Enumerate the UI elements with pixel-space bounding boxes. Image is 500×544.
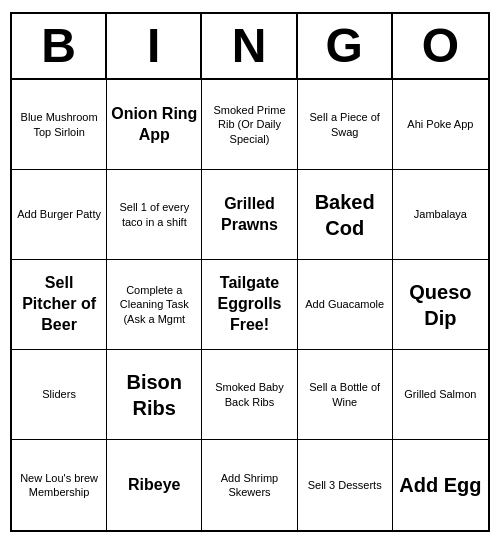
- bingo-letter-n: N: [202, 14, 297, 78]
- bingo-cell-9[interactable]: Jambalaya: [393, 170, 488, 260]
- bingo-letter-g: G: [298, 14, 393, 78]
- bingo-cell-21[interactable]: Ribeye: [107, 440, 202, 530]
- bingo-cell-4[interactable]: Ahi Poke App: [393, 80, 488, 170]
- bingo-cell-13[interactable]: Add Guacamole: [298, 260, 393, 350]
- bingo-cell-1[interactable]: Onion Ring App: [107, 80, 202, 170]
- cell-text-9: Jambalaya: [414, 207, 467, 221]
- cell-text-22: Add Shrimp Skewers: [206, 471, 292, 500]
- cell-text-8: Baked Cod: [302, 189, 388, 241]
- bingo-cell-16[interactable]: Bison Ribs: [107, 350, 202, 440]
- cell-text-19: Grilled Salmon: [404, 387, 476, 401]
- cell-text-21: Ribeye: [128, 475, 180, 496]
- bingo-cell-2[interactable]: Smoked Prime Rib (Or Daily Special): [202, 80, 297, 170]
- cell-text-1: Onion Ring App: [111, 104, 197, 146]
- bingo-cell-23[interactable]: Sell 3 Desserts: [298, 440, 393, 530]
- bingo-cell-24[interactable]: Add Egg: [393, 440, 488, 530]
- cell-text-5: Add Burger Patty: [17, 207, 101, 221]
- cell-text-11: Complete a Cleaning Task (Ask a Mgmt: [111, 283, 197, 326]
- bingo-cell-15[interactable]: Sliders: [12, 350, 107, 440]
- bingo-cell-0[interactable]: Blue Mushroom Top Sirloin: [12, 80, 107, 170]
- bingo-letter-b: B: [12, 14, 107, 78]
- bingo-cell-8[interactable]: Baked Cod: [298, 170, 393, 260]
- cell-text-14: Queso Dip: [397, 279, 484, 331]
- bingo-cell-22[interactable]: Add Shrimp Skewers: [202, 440, 297, 530]
- bingo-cell-10[interactable]: Sell Pitcher of Beer: [12, 260, 107, 350]
- cell-text-4: Ahi Poke App: [407, 117, 473, 131]
- cell-text-2: Smoked Prime Rib (Or Daily Special): [206, 103, 292, 146]
- bingo-cell-17[interactable]: Smoked Baby Back Ribs: [202, 350, 297, 440]
- bingo-card: BINGO Blue Mushroom Top SirloinOnion Rin…: [10, 12, 490, 532]
- cell-text-0: Blue Mushroom Top Sirloin: [16, 110, 102, 139]
- cell-text-3: Sell a Piece of Swag: [302, 110, 388, 139]
- bingo-cell-7[interactable]: Grilled Prawns: [202, 170, 297, 260]
- bingo-cell-3[interactable]: Sell a Piece of Swag: [298, 80, 393, 170]
- cell-text-12: Tailgate Eggrolls Free!: [206, 273, 292, 335]
- bingo-letter-o: O: [393, 14, 488, 78]
- cell-text-24: Add Egg: [399, 472, 481, 498]
- bingo-cell-11[interactable]: Complete a Cleaning Task (Ask a Mgmt: [107, 260, 202, 350]
- cell-text-18: Sell a Bottle of Wine: [302, 380, 388, 409]
- bingo-cell-12[interactable]: Tailgate Eggrolls Free!: [202, 260, 297, 350]
- bingo-cell-14[interactable]: Queso Dip: [393, 260, 488, 350]
- bingo-cell-18[interactable]: Sell a Bottle of Wine: [298, 350, 393, 440]
- cell-text-16: Bison Ribs: [111, 369, 197, 421]
- bingo-cell-20[interactable]: New Lou's brew Membership: [12, 440, 107, 530]
- bingo-header: BINGO: [12, 14, 488, 80]
- bingo-cell-19[interactable]: Grilled Salmon: [393, 350, 488, 440]
- cell-text-7: Grilled Prawns: [206, 194, 292, 236]
- bingo-grid: Blue Mushroom Top SirloinOnion Ring AppS…: [12, 80, 488, 530]
- cell-text-20: New Lou's brew Membership: [16, 471, 102, 500]
- cell-text-13: Add Guacamole: [305, 297, 384, 311]
- cell-text-17: Smoked Baby Back Ribs: [206, 380, 292, 409]
- bingo-cell-6[interactable]: Sell 1 of every taco in a shift: [107, 170, 202, 260]
- cell-text-23: Sell 3 Desserts: [308, 478, 382, 492]
- cell-text-6: Sell 1 of every taco in a shift: [111, 200, 197, 229]
- cell-text-10: Sell Pitcher of Beer: [16, 273, 102, 335]
- bingo-letter-i: I: [107, 14, 202, 78]
- cell-text-15: Sliders: [42, 387, 76, 401]
- bingo-cell-5[interactable]: Add Burger Patty: [12, 170, 107, 260]
